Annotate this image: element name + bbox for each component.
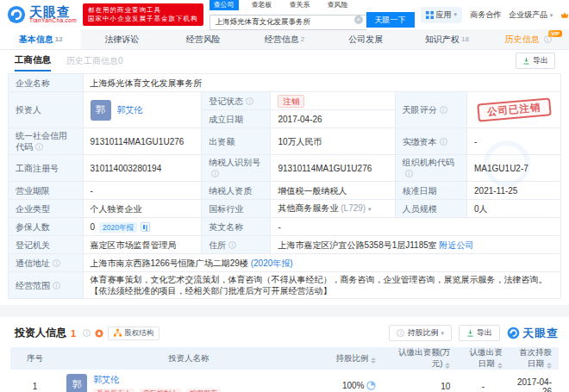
menu-cooperation[interactable]: 商务合作	[470, 9, 501, 21]
row-date: -	[457, 370, 509, 392]
info-icon[interactable]: i	[246, 97, 253, 105]
section-nav: 基本信息12 法律诉讼 经营风险 经营信息2 公司发展 知识产权18 历史信息 …	[0, 29, 569, 50]
info-icon[interactable]: i	[53, 282, 60, 289]
sort-icon[interactable]	[547, 363, 552, 369]
annual-report-link[interactable]: (2020年报)	[251, 258, 293, 268]
col-subscribed-date[interactable]: 认缴出资日期	[457, 347, 509, 370]
tab-operating-info[interactable]: 经营信息2	[244, 29, 325, 49]
info-icon[interactable]: i	[440, 138, 447, 146]
search-tab-boss[interactable]: 查老板	[247, 0, 277, 10]
col-subscribed-amount[interactable]: 认缴出资额(万元)	[383, 347, 457, 370]
info-icon[interactable]: i	[405, 170, 413, 177]
info-icon[interactable]: i	[35, 143, 43, 151]
nearby-companies-link[interactable]: 附近公司	[440, 240, 474, 250]
annual-report-chart-icon[interactable]	[141, 222, 150, 232]
approve-date-value: 2021-11-25	[467, 182, 561, 200]
info-icon[interactable]: i	[440, 106, 447, 114]
col-no: 序号	[10, 347, 59, 370]
grid-icon	[426, 11, 434, 19]
approve-date-label: 核准日期	[395, 182, 466, 200]
org-code-label: 组织机构代码i	[395, 155, 466, 182]
apps-menu[interactable]: 应用 ▾	[421, 7, 463, 23]
col-first-holding-date[interactable]: 首次持股日期	[510, 347, 559, 370]
industry-label: 国标行业	[202, 200, 271, 218]
company-type-label: 企业类型	[9, 200, 84, 218]
label-text: 通信地址	[16, 258, 50, 268]
status-badge: 注销	[278, 95, 304, 108]
company-status-stamp-cell: 公司已注销	[467, 92, 561, 128]
staff-size-label: 人员规模	[395, 200, 466, 218]
tab-count: 12	[55, 35, 63, 43]
tab-label: 公司发展	[348, 34, 383, 46]
table-row: 1 郭 郭艾伦 受益所有人 实际控制人 控股股东 100% 10 -	[10, 370, 559, 392]
taxpayer-quali-label: 纳税人资质	[202, 182, 271, 200]
sort-icon[interactable]	[497, 363, 503, 369]
investor-name-link[interactable]: 郭艾伦	[93, 375, 119, 384]
hot-icon	[95, 329, 103, 338]
mail-address-label: 通信地址i	[9, 254, 84, 272]
tianyancha-logo[interactable]: 天眼查 TianYanCha.com	[7, 5, 77, 24]
info-icon[interactable]: i	[53, 259, 60, 267]
sort-icon[interactable]	[371, 358, 376, 364]
info-icon[interactable]: i	[83, 329, 91, 337]
investor-avatar: 郭	[91, 100, 111, 121]
col-ratio[interactable]: 持股比例	[317, 347, 383, 370]
mail-address-value: 上海市南京西路1266号恒隆广场二期29楼 (2020年报)	[83, 254, 560, 272]
tab-basic-info[interactable]: 基本信息12	[0, 29, 81, 49]
investors-section-title: 投资人信息	[15, 326, 66, 340]
table-row: 参保人数 02020年报 英文名称 -	[9, 218, 561, 236]
label-text: 登记状态	[209, 96, 243, 106]
equity-structure-icon	[114, 329, 122, 337]
chevron-down-icon[interactable]: ▾	[368, 206, 372, 212]
search-tab-risk[interactable]: 查风险	[323, 0, 353, 10]
export-button[interactable]: 导出	[516, 53, 555, 69]
investor-name-link[interactable]: 郭艾伦	[117, 104, 143, 115]
vip-badge: VIP	[548, 30, 562, 37]
info-icon[interactable]: i	[228, 241, 236, 249]
search-input[interactable]	[209, 15, 366, 30]
table-row: 登记机关 嘉定区市场监督管理局 住所i 上海市嘉定区沪宜公路5358号1层J11…	[9, 236, 561, 254]
tab-legal[interactable]: 法律诉讼	[81, 29, 162, 49]
scope-value: 体育赛事策划，文化艺术交流策划，体育咨询（不得从事经纪），商务咨询，企业管理咨询…	[83, 272, 560, 299]
table-header-row: 序号 投资人名称 持股比例 认缴出资额(万元) 认缴出资日期 首次持股日期	[10, 347, 559, 370]
equity-structure-button[interactable]: 股权结构	[108, 327, 159, 340]
annual-report-badge[interactable]: 2020年报	[99, 222, 137, 233]
tab-operating-risk[interactable]: 经营风险	[163, 29, 244, 49]
menu-enterprise[interactable]: 企业级产品 ▾	[509, 9, 553, 21]
tab-company-development[interactable]: 公司发展	[325, 29, 406, 49]
table-row: 通信地址i 上海市南京西路1266号恒隆广场二期29楼 (2020年报)	[9, 254, 561, 272]
tab-label: 知识产权	[425, 34, 460, 46]
tianyancha-swirl-icon	[507, 327, 520, 339]
col-label: 持股比例	[335, 353, 368, 363]
crown-icon	[560, 11, 569, 19]
ratio-value: 100%	[342, 381, 365, 390]
label-text: 住所	[209, 240, 226, 250]
tab-label: 基本信息	[19, 34, 53, 46]
sort-icon[interactable]	[445, 363, 450, 369]
export-button[interactable]: 导出	[459, 325, 500, 341]
address-value: 上海市嘉定区沪宜公路5358号1层J1185室 附近公司	[271, 236, 561, 254]
open-vip-button[interactable]: 开通会员 ▾	[560, 9, 569, 21]
industry-value: 其他商务服务业 (L729) ▾	[271, 200, 395, 218]
tab-history-info[interactable]: 历史信息 i VIP	[488, 29, 569, 49]
section-spacer	[0, 305, 569, 317]
deregistered-stamp: 公司已注销	[477, 97, 551, 121]
shareholding-ratio-button[interactable]: i 持股比例 ▾	[389, 325, 452, 341]
clear-icon[interactable]: ×	[354, 16, 363, 24]
chevron-down-icon: ▾	[454, 11, 458, 18]
subtab-history-business-info[interactable]: 历史工商信息0	[66, 55, 123, 67]
subtab-business-info[interactable]: 工商信息	[15, 51, 51, 72]
search-tab-relation[interactable]: 查关系	[285, 0, 315, 10]
search-button[interactable]: 天眼一下	[366, 12, 415, 28]
enterprise-label: 企业级产品	[509, 10, 547, 19]
equity-pie-icon[interactable]	[366, 381, 376, 392]
tab-label: 经营风险	[186, 34, 221, 46]
investor-avatar: 郭	[66, 374, 87, 392]
search-tab-company[interactable]: 查公司	[209, 0, 239, 10]
insured-label: 参保人数	[9, 218, 84, 236]
tab-label: 经营信息	[265, 34, 299, 46]
row-no: 1	[10, 370, 59, 392]
logo-domain: TianYanCha.com	[29, 18, 77, 24]
info-icon[interactable]: i	[211, 170, 219, 177]
tab-intellectual-property[interactable]: 知识产权18	[406, 29, 487, 49]
